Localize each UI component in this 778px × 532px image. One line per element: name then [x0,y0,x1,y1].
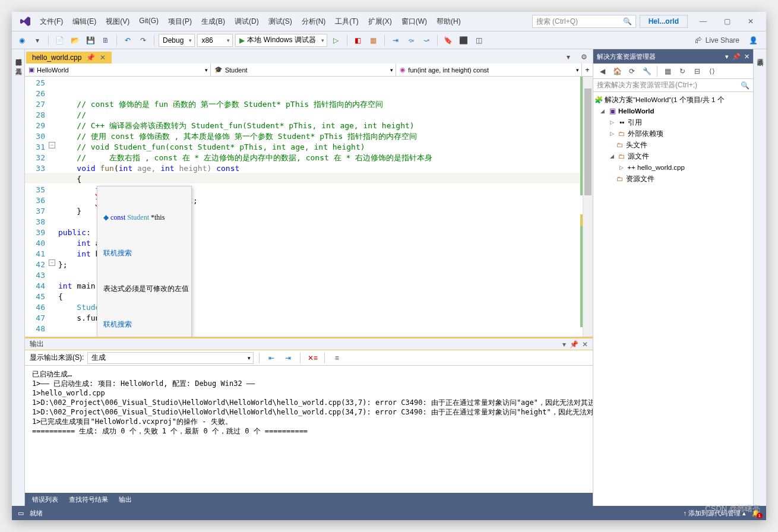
nav-fwd-icon[interactable]: ▾ [31,34,44,47]
global-search[interactable]: 搜索 (Ctrl+Q) 🔍 [532,15,636,28]
tree-project[interactable]: ◢▣HelloWorld [594,106,752,117]
sol-refresh-icon[interactable]: ↻ [676,65,689,78]
left-side-tabs: 服务器资源管理器 工具箱 [12,49,25,506]
panel-dropdown-icon[interactable]: ▾ [562,340,566,349]
tree-resources[interactable]: 🗀资源文件 [594,173,752,185]
nav-plus-icon[interactable]: + [582,64,593,76]
menu-test[interactable]: 测试(S) [264,14,296,29]
redo-icon[interactable]: ↷ [137,34,150,47]
solution-explorer-title: 解决方案资源管理器 [597,52,656,61]
sol-home-icon[interactable]: 🏠 [611,65,624,78]
menu-edit[interactable]: 编辑(E) [68,14,100,29]
close-tab-icon[interactable]: ✕ [100,53,106,62]
menu-debug[interactable]: 调试(D) [230,14,263,29]
nav-back-icon[interactable]: ◉ [15,34,29,47]
tool-icon-1[interactable]: ◧ [352,34,365,47]
tree-solution-root[interactable]: 🧩解决方案"HelloWorld"(1 个项目/共 1 个 [594,94,752,106]
panel-pin-icon[interactable]: 📌 [732,53,741,61]
nav-class[interactable]: 🎓Student [211,64,397,76]
maximize-button[interactable]: ▢ [715,14,739,29]
bookmark-icon[interactable]: 🔖 [442,34,455,47]
editor-scrollbar[interactable] [583,77,593,337]
panel-pin-icon[interactable]: 📌 [570,340,578,349]
tree-source-file[interactable]: ▷++hello_world.cpp [594,162,752,173]
save-all-icon[interactable]: 🗎 [99,34,112,47]
save-icon[interactable]: 💾 [84,34,97,47]
document-tabs: hello_world.cpp 📌 ✕ ▾ ⚙ [25,49,593,64]
tool-icon-2[interactable]: ▦ [367,34,380,47]
close-button[interactable]: ✕ [739,14,763,29]
sol-properties-icon[interactable]: ⟨⟩ [706,65,719,78]
search-icon: 🔍 [741,81,749,90]
step-out-icon[interactable]: ⤻ [420,34,433,47]
menu-window[interactable]: 窗口(W) [397,14,431,29]
fold-icon[interactable]: − [49,142,55,148]
platform-combo[interactable]: x86 [197,34,233,47]
live-share-button[interactable]: ⮳ Live Share 👤 [690,36,763,45]
tooltip-link-1[interactable]: 联机搜索 [103,246,185,260]
out-prev-icon[interactable]: ⇥ [282,352,295,365]
watermark: CSDN @韩曙亮 [705,504,760,514]
tab-find-results[interactable]: 查找符号结果 [64,494,113,505]
doc-tab-active[interactable]: hello_world.cpp 📌 ✕ [26,52,112,64]
bookmark3-icon[interactable]: ◫ [473,34,486,47]
code-nav-bar: ▣HelloWorld 🎓Student ◉fun(int age, int h… [25,64,593,77]
menu-help[interactable]: 帮助(H) [432,14,465,29]
panel-dropdown-icon[interactable]: ▾ [725,53,729,61]
output-source-combo[interactable]: 生成 [87,352,254,364]
tab-settings-icon[interactable]: ⚙ [577,50,590,64]
intellisense-tooltip: ◆ const Student *this 联机搜索 表达式必须是可修改的左值 … [97,186,192,337]
toolbox-tab[interactable]: 工具箱 [12,59,24,68]
menu-analyze[interactable]: 分析(N) [298,14,330,29]
tree-refs[interactable]: ▷▪▪引用 [594,117,752,128]
diagnostics-tab[interactable]: 诊断工具 [754,49,766,59]
bottom-tool-tabs: 错误列表 查找符号结果 输出 [25,493,593,506]
menu-git[interactable]: Git(G) [135,14,163,29]
solution-name-badge[interactable]: Hel...orld [640,15,688,28]
tab-output[interactable]: 输出 [114,494,137,505]
open-icon[interactable]: 📂 [68,34,81,47]
sol-tool-icon[interactable]: 🔧 [640,65,653,78]
output-text[interactable]: 已启动生成… 1>—— 已启动生成: 项目: HelloWorld, 配置: D… [25,366,593,493]
out-goto-icon[interactable]: ⇤ [265,352,278,365]
step-over-icon[interactable]: ⤼ [404,34,418,47]
sol-back-icon[interactable]: ◀ [596,65,609,78]
server-explorer-tab[interactable]: 服务器资源管理器 [12,49,24,59]
out-clear-icon[interactable]: ✕≡ [306,352,319,365]
menu-tools[interactable]: 工具(T) [331,14,362,29]
tooltip-link-2[interactable]: 联机搜索 [103,317,185,331]
search-icon: 🔍 [623,17,632,26]
minimize-button[interactable]: — [691,14,715,29]
new-file-icon[interactable]: 📄 [53,34,66,47]
undo-icon[interactable]: ↶ [121,34,134,47]
menu-build[interactable]: 生成(B) [197,14,229,29]
panel-close-icon[interactable]: ✕ [744,53,749,61]
menu-extensions[interactable]: 扩展(X) [364,14,396,29]
tree-source[interactable]: ◢🗀源文件 [594,151,752,162]
code-editor[interactable]: 25 26 27 28 29 30 31 32 33 34 35 36 37 3… [25,77,593,337]
config-combo[interactable]: Debug [159,34,195,47]
tree-headers[interactable]: 🗀头文件 [594,140,752,151]
panel-close-icon[interactable]: ✕ [582,340,588,349]
run-button[interactable]: ▶本地 Windows 调试器 [235,34,327,47]
solution-search[interactable]: 搜索解决方案资源管理器(Ctrl+;) 🔍 [593,79,753,92]
code-area[interactable]: // const 修饰的是 fun 函数的 第一个参数 Student* pTh… [58,77,583,337]
sol-showall-icon[interactable]: ▦ [661,65,674,78]
fold-icon[interactable]: − [49,259,55,266]
menu-view[interactable]: 视图(V) [102,14,134,29]
menu-project[interactable]: 项目(P) [164,14,196,29]
sol-collapse-icon[interactable]: ⊟ [691,65,704,78]
nav-member[interactable]: ◉fun(int age, int height) const [396,64,582,76]
nav-scope[interactable]: ▣HelloWorld [25,64,211,76]
pin-icon[interactable]: 📌 [86,53,95,62]
step-into-icon[interactable]: ⇥ [389,34,402,47]
tab-dropdown-icon[interactable]: ▾ [562,50,575,64]
sol-sync-icon[interactable]: ⟳ [625,65,638,78]
tab-error-list[interactable]: 错误列表 [27,494,63,505]
menu-file[interactable]: 文件(F) [36,14,67,29]
titlebar: 文件(F) 编辑(E) 视图(V) Git(G) 项目(P) 生成(B) 调试(… [12,12,766,31]
out-wrap-icon[interactable]: ≡ [330,352,343,365]
tree-external[interactable]: ▷🗀外部依赖项 [594,128,752,140]
bookmark2-icon[interactable]: ⬛ [457,34,470,47]
start-noattach-icon[interactable]: ▷ [330,34,343,47]
